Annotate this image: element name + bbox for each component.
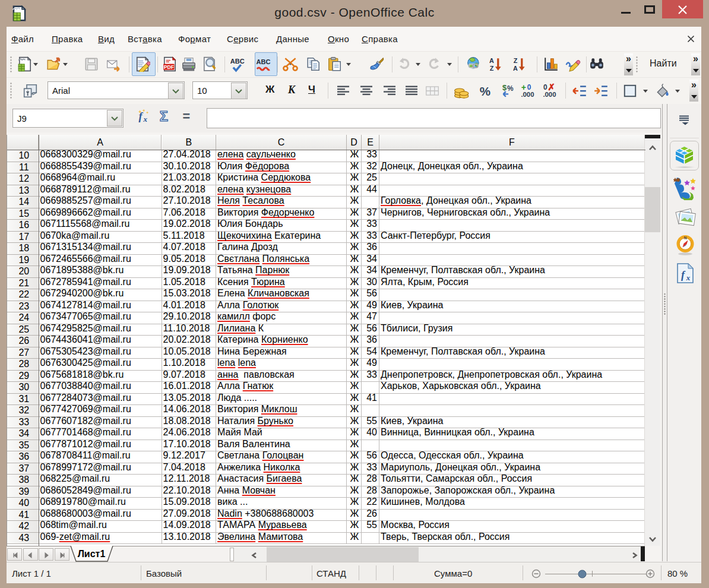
svg-text:Σ: Σ [160,108,168,124]
svg-text:x: x [686,273,691,282]
svg-text:.000: .000 [521,91,534,98]
svg-text:N: N [684,236,687,240]
svg-text:=: = [183,109,191,124]
svg-text:A: A [513,65,518,72]
svg-text:A: A [489,57,494,64]
svg-text:$: $ [502,83,507,92]
svg-text:Z: Z [490,65,494,72]
svg-text:Лист1: Лист1 [78,549,106,559]
svg-text:ABC: ABC [230,58,245,65]
svg-text:PDF: PDF [164,64,174,70]
svg-text:x: x [143,115,148,124]
svg-text:%: % [480,84,490,98]
svg-text:Z: Z [514,57,518,64]
svg-text:.000: .000 [543,91,556,98]
svg-text:ABC: ABC [256,58,270,65]
svg-text:%: % [507,84,514,93]
